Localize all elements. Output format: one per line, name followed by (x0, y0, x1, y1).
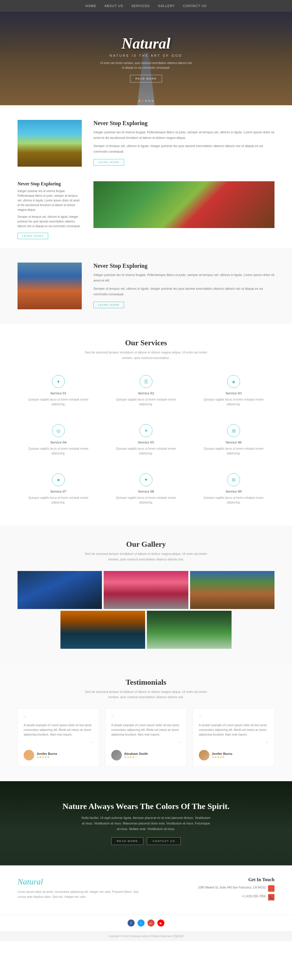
gallery-item-2[interactable] (104, 571, 188, 609)
dot-4[interactable] (148, 100, 150, 102)
cta-title: Nature Always Wears The Colors Of The Sp… (17, 802, 275, 811)
quote-mark-2: " (111, 715, 181, 721)
service-name-4: Service 04 (22, 440, 95, 445)
footer-logo: Natural (17, 877, 140, 886)
avatar-2 (111, 750, 122, 760)
service-desc-8: Quisque sagittis lacus ut lorem volutpat… (110, 496, 182, 505)
hero-dots (139, 100, 153, 102)
testimonials-desc: Sed do eiusmod tempor incididunt ut labo… (80, 689, 212, 700)
dot-5[interactable] (152, 100, 153, 102)
service-desc-3: Quisque sagittis lacus ut lorem volutpat… (197, 397, 270, 407)
gallery-item-1[interactable] (17, 571, 102, 609)
testimonial-author-2: Abraham Smith ★★★★☆ (111, 750, 181, 760)
service-icon-8: ♥ (140, 473, 152, 486)
twitter-icon[interactable]: t (138, 920, 144, 926)
nav-gallery[interactable]: Gallery (154, 3, 179, 9)
section2-heading: Never Stop Exploring (94, 262, 275, 269)
section1b-learn-more[interactable]: Learn More (17, 233, 48, 239)
gallery-item-3[interactable] (190, 571, 275, 609)
footer-contact-title: Get In Touch (152, 877, 275, 882)
dot-3[interactable] (145, 100, 147, 102)
service-icon-9: ⚙ (227, 473, 240, 486)
footer-copyright: Copyright © 2023 Company name All Rights… (0, 931, 292, 941)
service-name-1: Service 01 (22, 391, 95, 396)
navigation: Home About Us Services Gallery Contact U… (0, 0, 292, 12)
contact-phone-row: +1 (415) 555-7856 📞 (152, 894, 275, 900)
rocks-image (17, 262, 82, 309)
footer-social: f t g+ ▶ (0, 915, 292, 931)
service-icon-3: ◈ (227, 375, 240, 388)
quote-mark-3: " (199, 715, 268, 721)
beach-image (17, 120, 82, 167)
gallery-grid-top (17, 571, 275, 609)
service-desc-1: Quisque sagittis lacus ut lorem volutpat… (22, 397, 95, 407)
cta-buttons: Read More Contact Us (17, 837, 275, 845)
service-icon-5: ✦ (140, 424, 152, 437)
hero-read-more-button[interactable]: Read More (130, 75, 162, 83)
nav-services[interactable]: Services (127, 3, 154, 9)
nav-home[interactable]: Home (81, 3, 100, 9)
section1-right-img-container (94, 181, 275, 228)
service-icon-6: ⊞ (227, 424, 240, 437)
googleplus-icon[interactable]: g+ (148, 920, 154, 926)
section1-bottom: Never Stop Exploring Integer pulvinar le… (0, 181, 292, 248)
service-desc-5: Quisque sagittis lacus ut lorem volutpat… (110, 446, 182, 456)
cta-read-more-button[interactable]: Read More (111, 837, 144, 845)
phone-icon: 📞 (268, 894, 275, 900)
facebook-icon[interactable]: f (128, 920, 135, 926)
service-item-2: ☰ Service 02 Quisque sagittis lacus ut l… (105, 369, 187, 412)
section-exploring-2: Never Stop Exploring Integer pulvinar le… (0, 248, 292, 324)
gallery-grid-bottom (60, 611, 232, 649)
dot-1[interactable] (139, 100, 140, 102)
footer-brand: Natural Lorem ipsum dolor sit amet, cons… (17, 877, 140, 903)
service-desc-7: Quisque sagittis lacus ut lorem volutpat… (22, 496, 95, 505)
cta-contact-button[interactable]: Contact Us (147, 837, 181, 845)
section1b-p: Integer pulvinar leo id viverra feugiat.… (17, 189, 82, 212)
testimonial-1: " A simple example of Lorem ipsum dolor … (17, 709, 99, 767)
testimonials-grid: " A simple example of Lorem ipsum dolor … (17, 709, 275, 767)
section2-p2: Semper ut tempus vel, ultrices in ligula… (94, 286, 275, 297)
service-item-6: ⊞ Service 06 Quisque sagittis lacus ut l… (193, 418, 275, 461)
gallery-item-5[interactable] (147, 611, 232, 649)
stars-3: ★★★★★ (212, 756, 232, 759)
service-item-8: ♥ Service 08 Quisque sagittis lacus ut l… (105, 468, 187, 511)
youtube-icon[interactable]: ▶ (157, 920, 164, 926)
section2-learn-more[interactable]: Learn More (94, 302, 124, 308)
hero-section: Natural Nature Is The Art Of God Ut enim… (0, 12, 292, 105)
service-desc-4: Quisque sagittis lacus ut lorem volutpat… (22, 446, 95, 456)
services-desc: Sed do eiusmod tempor incididunt ut labo… (80, 350, 212, 361)
author-name-1: Jenifer Burns (36, 752, 57, 756)
testimonial-2: " A simple example of Lorem ipsum dolor … (105, 709, 187, 767)
service-name-5: Service 05 (110, 440, 182, 445)
testimonial-author-3: Jenifer Burns ★★★★★ (199, 750, 268, 760)
gallery-title: Our Gallery (17, 540, 275, 549)
testimonial-text-1: A simple example of Lorem ipsum dolor si… (24, 723, 93, 737)
location-icon: 📍 (268, 885, 275, 892)
footer-top: Natural Lorem ipsum dolor sit amet, cons… (0, 865, 292, 915)
service-name-6: Service 06 (197, 440, 270, 445)
cta-content: Nature Always Wears The Colors Of The Sp… (17, 802, 275, 845)
nav-about[interactable]: About Us (100, 3, 127, 9)
gallery-item-4[interactable] (60, 611, 145, 649)
services-grid: ♦ Service 01 Quisque sagittis lacus ut l… (17, 369, 275, 511)
contact-address: 1080 Market St, Suite 940 San Francisco,… (152, 885, 266, 890)
garden-image (94, 181, 275, 228)
testimonial-text-3: A simple example of Lorem ipsum dolor si… (199, 723, 268, 737)
hero-content: Natural Nature Is The Art Of God Ut enim… (99, 35, 193, 83)
section2-text: Never Stop Exploring Integer pulvinar le… (94, 262, 275, 308)
service-name-2: Service 02 (110, 391, 182, 396)
service-name-9: Service 09 (197, 489, 270, 494)
section1b-p2: Semper ut tempus vel, ultrices in ligula… (17, 215, 82, 229)
service-desc-2: Quisque sagittis lacus ut lorem volutpat… (110, 397, 182, 407)
cta-section: Nature Always Wears The Colors Of The Sp… (0, 781, 292, 865)
nav-contact[interactable]: Contact Us (179, 3, 211, 9)
service-icon-7: ★ (52, 473, 65, 486)
author-name-2: Abraham Smith (124, 752, 148, 756)
service-icon-1: ♦ (52, 375, 65, 388)
testimonials-title: Testimonials (17, 678, 275, 687)
dot-2[interactable] (142, 100, 144, 102)
service-item-7: ★ Service 07 Quisque sagittis lacus ut l… (17, 468, 99, 511)
section1-text: Never Stop Exploring Integer pulvinar le… (94, 120, 275, 165)
section1-learn-more-button[interactable]: Learn More (94, 159, 124, 165)
testimonial-author-1: Jenifer Burns ★★★★★ (24, 750, 93, 760)
